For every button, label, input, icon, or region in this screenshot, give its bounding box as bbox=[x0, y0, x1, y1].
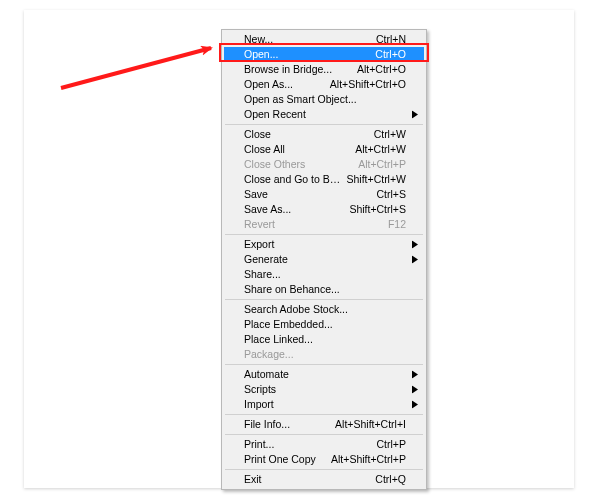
menu-item-print[interactable]: Print...Ctrl+P bbox=[224, 437, 424, 452]
menu-item-place-embedded[interactable]: Place Embedded... bbox=[224, 317, 424, 332]
menu-item-label: Search Adobe Stock... bbox=[244, 302, 406, 317]
menu-item-shortcut: Shift+Ctrl+S bbox=[349, 202, 406, 217]
menu-item-label: Open As... bbox=[244, 77, 324, 92]
menu-item-shortcut: Shift+Ctrl+W bbox=[346, 172, 406, 187]
menu-separator bbox=[225, 434, 423, 435]
menu-item-shortcut: Ctrl+S bbox=[377, 187, 406, 202]
menu-item-shortcut: Alt+Ctrl+O bbox=[357, 62, 406, 77]
svg-marker-0 bbox=[412, 110, 418, 118]
menu-item-label: Revert bbox=[244, 217, 382, 232]
menu-item-shortcut: Ctrl+O bbox=[375, 47, 406, 62]
menu-item-open-recent[interactable]: Open Recent bbox=[224, 107, 424, 122]
menu-item-revert: RevertF12 bbox=[224, 217, 424, 232]
submenu-arrow-icon bbox=[412, 397, 418, 412]
menu-item-print-one-copy[interactable]: Print One CopyAlt+Shift+Ctrl+P bbox=[224, 452, 424, 467]
svg-marker-3 bbox=[412, 370, 418, 378]
menu-item-label: Package... bbox=[244, 347, 406, 362]
menu-item-label: Import bbox=[244, 397, 406, 412]
menu-item-package: Package... bbox=[224, 347, 424, 362]
menu-item-label: Scripts bbox=[244, 382, 406, 397]
menu-separator bbox=[225, 124, 423, 125]
menu-item-shortcut: Ctrl+W bbox=[374, 127, 406, 142]
submenu-arrow-icon bbox=[412, 237, 418, 252]
menu-item-open[interactable]: Open...Ctrl+O bbox=[224, 47, 424, 62]
menu-item-shortcut: Alt+Ctrl+W bbox=[355, 142, 406, 157]
menu-item-shortcut: F12 bbox=[388, 217, 406, 232]
submenu-arrow-icon bbox=[412, 367, 418, 382]
svg-line-7 bbox=[61, 48, 211, 88]
menu-item-place-linked[interactable]: Place Linked... bbox=[224, 332, 424, 347]
menu-item-label: Place Linked... bbox=[244, 332, 406, 347]
menu-item-shortcut: Alt+Shift+Ctrl+O bbox=[330, 77, 406, 92]
menu-item-generate[interactable]: Generate bbox=[224, 252, 424, 267]
svg-marker-1 bbox=[412, 240, 418, 248]
menu-item-label: Share on Behance... bbox=[244, 282, 406, 297]
menu-item-share-on-behance[interactable]: Share on Behance... bbox=[224, 282, 424, 297]
menu-item-label: Close and Go to Bridge... bbox=[244, 172, 340, 187]
menu-item-label: Print One Copy bbox=[244, 452, 325, 467]
menu-item-label: File Info... bbox=[244, 417, 329, 432]
menu-item-label: Close Others bbox=[244, 157, 352, 172]
menu-item-shortcut: Ctrl+Q bbox=[375, 472, 406, 487]
menu-item-shortcut: Alt+Shift+Ctrl+P bbox=[331, 452, 406, 467]
menu-item-exit[interactable]: ExitCtrl+Q bbox=[224, 472, 424, 487]
menu-item-label: Open... bbox=[244, 47, 369, 62]
menu-item-file-info[interactable]: File Info...Alt+Shift+Ctrl+I bbox=[224, 417, 424, 432]
menu-separator bbox=[225, 364, 423, 365]
menu-item-import[interactable]: Import bbox=[224, 397, 424, 412]
menu-item-save[interactable]: SaveCtrl+S bbox=[224, 187, 424, 202]
menu-item-label: Exit bbox=[244, 472, 369, 487]
svg-marker-4 bbox=[412, 385, 418, 393]
menu-separator bbox=[225, 469, 423, 470]
svg-marker-5 bbox=[412, 400, 418, 408]
menu-item-shortcut: Ctrl+P bbox=[377, 437, 406, 452]
menu-item-shortcut: Alt+Ctrl+P bbox=[358, 157, 406, 172]
menu-item-label: Share... bbox=[244, 267, 406, 282]
menu-item-label: Close bbox=[244, 127, 368, 142]
menu-item-label: Generate bbox=[244, 252, 406, 267]
submenu-arrow-icon bbox=[412, 252, 418, 267]
menu-item-label: Place Embedded... bbox=[244, 317, 406, 332]
submenu-arrow-icon bbox=[412, 107, 418, 122]
menu-item-label: Open Recent bbox=[244, 107, 406, 122]
menu-item-label: Automate bbox=[244, 367, 406, 382]
menu-separator bbox=[225, 414, 423, 415]
menu-item-close-others: Close OthersAlt+Ctrl+P bbox=[224, 157, 424, 172]
file-menu[interactable]: New...Ctrl+NOpen...Ctrl+OBrowse in Bridg… bbox=[221, 29, 427, 490]
submenu-arrow-icon bbox=[412, 382, 418, 397]
menu-item-scripts[interactable]: Scripts bbox=[224, 382, 424, 397]
menu-item-export[interactable]: Export bbox=[224, 237, 424, 252]
menu-item-label: Close All bbox=[244, 142, 349, 157]
menu-item-open-as-smart-object[interactable]: Open as Smart Object... bbox=[224, 92, 424, 107]
menu-item-new[interactable]: New...Ctrl+N bbox=[224, 32, 424, 47]
menu-separator bbox=[225, 234, 423, 235]
menu-item-label: New... bbox=[244, 32, 370, 47]
menu-item-browse-in-bridge[interactable]: Browse in Bridge...Alt+Ctrl+O bbox=[224, 62, 424, 77]
menu-item-share[interactable]: Share... bbox=[224, 267, 424, 282]
app-card: New...Ctrl+NOpen...Ctrl+OBrowse in Bridg… bbox=[24, 10, 574, 488]
menu-item-search-adobe-stock[interactable]: Search Adobe Stock... bbox=[224, 302, 424, 317]
menu-item-save-as[interactable]: Save As...Shift+Ctrl+S bbox=[224, 202, 424, 217]
menu-item-label: Browse in Bridge... bbox=[244, 62, 351, 77]
menu-item-label: Save bbox=[244, 187, 371, 202]
svg-marker-2 bbox=[412, 255, 418, 263]
annotation-arrow-icon bbox=[56, 20, 236, 100]
menu-item-close[interactable]: CloseCtrl+W bbox=[224, 127, 424, 142]
menu-item-shortcut: Ctrl+N bbox=[376, 32, 406, 47]
menu-item-close-and-go-to-bridge[interactable]: Close and Go to Bridge...Shift+Ctrl+W bbox=[224, 172, 424, 187]
menu-item-label: Print... bbox=[244, 437, 371, 452]
menu-item-open-as[interactable]: Open As...Alt+Shift+Ctrl+O bbox=[224, 77, 424, 92]
menu-item-shortcut: Alt+Shift+Ctrl+I bbox=[335, 417, 406, 432]
menu-item-label: Open as Smart Object... bbox=[244, 92, 406, 107]
menu-item-label: Export bbox=[244, 237, 406, 252]
menu-item-close-all[interactable]: Close AllAlt+Ctrl+W bbox=[224, 142, 424, 157]
menu-item-label: Save As... bbox=[244, 202, 343, 217]
menu-item-automate[interactable]: Automate bbox=[224, 367, 424, 382]
menu-separator bbox=[225, 299, 423, 300]
